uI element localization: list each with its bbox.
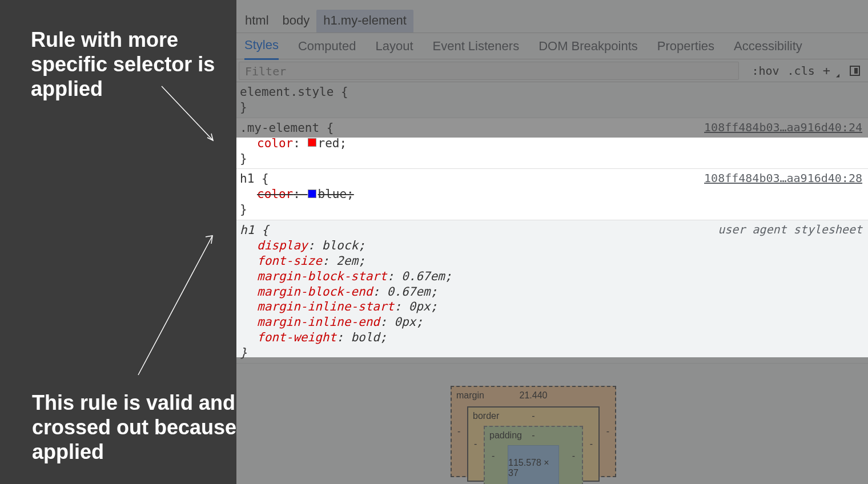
bm-margin-top: 21.440 bbox=[520, 390, 548, 401]
svg-line-1 bbox=[138, 236, 212, 375]
tab-computed[interactable]: Computed bbox=[298, 33, 356, 59]
val-blue[interactable]: blue bbox=[318, 187, 347, 201]
bm-border-label: border bbox=[473, 411, 499, 421]
my-element-close: } bbox=[240, 151, 863, 167]
swatch-blue[interactable] bbox=[308, 189, 316, 198]
bm-border-left: - bbox=[474, 439, 477, 449]
bm-padding-right: - bbox=[572, 451, 575, 461]
rule-source-link-2[interactable]: 108ff484b03…aa916d40:28 bbox=[704, 171, 862, 186]
filter-input[interactable]: Filter bbox=[239, 62, 739, 80]
bm-padding-top: - bbox=[532, 430, 535, 441]
tab-layout[interactable]: Layout bbox=[375, 33, 413, 59]
swatch-red[interactable] bbox=[308, 138, 316, 147]
ua-val-mis: 0px bbox=[409, 300, 431, 313]
ua-prop-fw: font-weight bbox=[257, 330, 336, 344]
filter-row: Filter :hov .cls +◢ bbox=[236, 59, 868, 82]
ua-val-fw: bold bbox=[351, 330, 380, 344]
styles-body: element.style { } 108ff484b03…aa916d40:2… bbox=[236, 82, 868, 364]
devtools-tabs: Styles Computed Layout Event Listeners D… bbox=[236, 33, 868, 59]
ua-close: } bbox=[240, 345, 863, 361]
cls-toggle[interactable]: .cls bbox=[787, 64, 815, 78]
rule-h1[interactable]: 108ff484b03…aa916d40:28 h1 { color: blue… bbox=[236, 169, 868, 220]
bm-content: 115.578 × 37 bbox=[508, 445, 559, 484]
hov-toggle[interactable]: :hov bbox=[752, 64, 779, 78]
rule-my-element[interactable]: 108ff484b03…aa916d40:24 .my-element { co… bbox=[236, 118, 868, 170]
bm-margin-label: margin bbox=[456, 390, 484, 401]
ua-prop-font-size: font-size bbox=[257, 254, 322, 268]
box-model-diagram[interactable]: margin 21.440 - - border - - - padding -… bbox=[451, 386, 616, 477]
ua-prop-mis: margin-inline-start bbox=[257, 300, 394, 313]
tab-event-listeners[interactable]: Event Listeners bbox=[433, 33, 520, 59]
rule-element-style[interactable]: element.style { } bbox=[236, 82, 868, 118]
prop-color-2[interactable]: color bbox=[257, 187, 293, 201]
element-style-close: } bbox=[240, 100, 863, 115]
h1-close: } bbox=[240, 202, 863, 217]
breadcrumb-item-h1[interactable]: h1.my-element bbox=[316, 10, 413, 33]
devtools-panel: html body h1.my-element Styles Computed … bbox=[236, 0, 868, 484]
ua-prop-mbs: margin-block-start bbox=[257, 269, 387, 283]
svg-line-0 bbox=[162, 86, 213, 140]
tab-styles[interactable]: Styles bbox=[244, 32, 279, 60]
ua-prop-mbe: margin-block-end bbox=[257, 285, 372, 299]
annotation-top: Rule with more specific selector is appl… bbox=[31, 27, 259, 102]
element-style-selector: element.style { bbox=[240, 84, 863, 100]
toggle-sidebar-icon[interactable] bbox=[850, 66, 860, 76]
arrow-bottom bbox=[132, 231, 218, 380]
new-style-dropdown-icon[interactable]: ◢ bbox=[836, 72, 839, 78]
ua-val-display: block bbox=[322, 239, 358, 252]
arrow-top bbox=[159, 83, 222, 146]
breadcrumb-bar: html body h1.my-element bbox=[236, 0, 868, 33]
ua-prop-display: display bbox=[257, 239, 308, 252]
val-red[interactable]: red bbox=[318, 136, 340, 150]
tab-accessibility[interactable]: Accessibility bbox=[734, 33, 802, 59]
bm-margin-right: - bbox=[606, 426, 609, 437]
ua-val-mbs: 0.67em bbox=[401, 269, 445, 283]
ua-prop-mie: margin-inline-end bbox=[257, 315, 380, 329]
bm-border-right: - bbox=[590, 439, 593, 449]
ua-val-mie: 0px bbox=[394, 315, 416, 329]
bm-padding-left: - bbox=[492, 451, 495, 461]
prop-color-1[interactable]: color bbox=[257, 136, 293, 150]
bm-margin-left: - bbox=[457, 426, 460, 437]
bm-border-top: - bbox=[532, 411, 535, 421]
new-style-rule-icon[interactable]: + bbox=[823, 63, 830, 78]
rule-user-agent[interactable]: user agent stylesheet h1 { display: bloc… bbox=[236, 220, 868, 364]
tab-dom-breakpoints[interactable]: DOM Breakpoints bbox=[539, 33, 638, 59]
bm-padding-label: padding bbox=[489, 430, 522, 441]
breadcrumb-item-body[interactable]: body bbox=[276, 10, 317, 33]
rule-source-link-1[interactable]: 108ff484b03…aa916d40:24 bbox=[704, 120, 862, 135]
breadcrumb-item-html[interactable]: html bbox=[238, 10, 276, 33]
ua-val-mbe: 0.67em bbox=[387, 285, 431, 299]
user-agent-label: user agent stylesheet bbox=[718, 223, 862, 237]
tab-properties[interactable]: Properties bbox=[657, 33, 714, 59]
ua-val-font-size: 2em bbox=[336, 254, 358, 268]
